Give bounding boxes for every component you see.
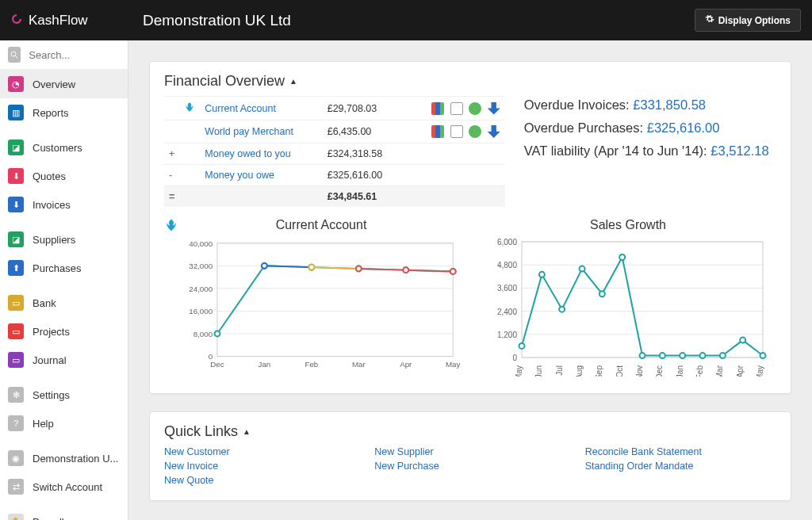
- download-icon[interactable]: [488, 125, 500, 138]
- search-icon: [8, 47, 21, 63]
- quick-links-card: Quick Links New CustomerNew InvoiceNew Q…: [149, 411, 791, 501]
- overdue-invoices: Overdue Invoices: £331,850.58: [524, 98, 776, 113]
- row-amount: £29,708.03: [323, 97, 418, 120]
- sidebar-item-label: Suppliers: [33, 234, 75, 246]
- sidebar-item-reports[interactable]: ▥ Reports: [0, 98, 128, 127]
- check-icon[interactable]: [469, 102, 481, 115]
- account-link[interactable]: Money owed to you: [205, 148, 290, 159]
- sidebar-item-label: Switch Account: [33, 481, 102, 493]
- sidebar: ◔ Overview ▥ Reports ◪ Customers ⬇ Quote…: [0, 40, 128, 520]
- sidebar-item-projects[interactable]: ▭ Projects: [0, 317, 128, 346]
- sidebar-item-label: Purchases: [33, 262, 81, 274]
- table-total-row: = £34,845.61: [164, 186, 505, 208]
- statement-icon[interactable]: [450, 125, 463, 138]
- svg-text:Mar: Mar: [715, 365, 724, 377]
- quick-link[interactable]: Reconcile Bank Statement: [585, 446, 776, 457]
- svg-point-67: [660, 353, 665, 358]
- row-sign: =: [164, 186, 179, 208]
- chart-icon[interactable]: [431, 102, 444, 115]
- sidebar-item-suppliers[interactable]: ◪ Suppliers: [0, 225, 128, 254]
- search-input[interactable]: [29, 49, 120, 61]
- svg-text:Apr: Apr: [400, 360, 412, 369]
- table-row: - Money you owe £325,616.00: [164, 165, 505, 186]
- sidebar-item-label: Help: [33, 418, 54, 430]
- sidebar-item-demonstration-user[interactable]: ◉ Demonstration U...: [0, 444, 128, 472]
- svg-text:Jan: Jan: [676, 365, 684, 377]
- check-icon[interactable]: [469, 125, 481, 138]
- financial-overview-title[interactable]: Financial Overview: [164, 73, 776, 90]
- svg-text:Oct: Oct: [615, 365, 624, 377]
- sidebar-item-bank[interactable]: ▭ Bank: [0, 289, 128, 317]
- sidebar-item-switch-account[interactable]: ⇄ Switch Account: [0, 472, 128, 501]
- svg-point-31: [356, 266, 362, 271]
- overdue-purchases: Overdue Purchases: £325,616.00: [524, 120, 776, 136]
- row-bank-icon: [179, 143, 200, 165]
- overdue-purchases-link[interactable]: £325,616.00: [647, 120, 720, 135]
- row-bank-icon: [179, 97, 200, 120]
- vat-link[interactable]: £3,512.18: [710, 143, 768, 158]
- svg-text:Aug: Aug: [575, 365, 584, 377]
- display-options-button[interactable]: Display Options: [695, 9, 801, 32]
- sidebar-item-payroll[interactable]: ✋ Payroll: [0, 507, 128, 520]
- quick-link[interactable]: Standing Order Mandate: [585, 461, 776, 472]
- main-content: Financial Overview Current Account £29,7…: [128, 40, 812, 520]
- total-amount: £34,845.61: [323, 186, 418, 208]
- sidebar-item-settings[interactable]: ✻ Settings: [0, 380, 128, 409]
- sidebar-item-invoices[interactable]: ⬇ Invoices: [0, 190, 128, 219]
- sidebar-item-overview[interactable]: ◔ Overview: [0, 70, 128, 98]
- download-icon[interactable]: [488, 102, 500, 115]
- sidebar-item-journal[interactable]: ▭ Journal: [0, 346, 128, 374]
- svg-text:May: May: [756, 365, 764, 377]
- svg-text:Dec: Dec: [210, 360, 224, 369]
- svg-text:Jun: Jun: [534, 365, 543, 377]
- help-icon: ?: [8, 415, 24, 431]
- sidebar-item-label: Projects: [33, 326, 70, 338]
- purchases-icon: ⬆: [8, 260, 24, 276]
- svg-point-33: [450, 269, 456, 274]
- quick-link[interactable]: New Invoice: [164, 461, 355, 472]
- svg-text:6,000: 6,000: [497, 238, 517, 247]
- svg-text:0: 0: [512, 354, 517, 362]
- table-row: World pay Merchant £6,435.00: [164, 120, 505, 143]
- current-account-chart: Current Account 08,00016,00024,00032,000…: [164, 218, 461, 379]
- chart-current-account-svg: 08,00016,00024,00032,00040,000DecJanFebM…: [182, 234, 461, 377]
- sidebar-item-label: Payroll: [33, 516, 64, 521]
- chart-icon[interactable]: [431, 125, 444, 138]
- svg-point-65: [619, 254, 625, 260]
- svg-point-63: [580, 266, 585, 272]
- sidebar-item-label: Reports: [33, 107, 69, 119]
- sidebar-item-purchases[interactable]: ⬆ Purchases: [0, 254, 128, 282]
- sidebar-item-label: Customers: [33, 142, 82, 154]
- quick-link[interactable]: New Purchase: [374, 461, 565, 472]
- svg-text:Mar: Mar: [352, 360, 366, 369]
- quick-link[interactable]: New Customer: [164, 446, 355, 457]
- account-link[interactable]: World pay Merchant: [205, 126, 293, 137]
- payroll-icon: ✋: [8, 514, 24, 520]
- invoices-icon: ⬇: [8, 197, 24, 212]
- sidebar-item-help[interactable]: ? Help: [0, 409, 128, 438]
- barclays-eagle-icon: [164, 218, 178, 232]
- chart-title-sales-growth: Sales Growth: [480, 218, 776, 232]
- quick-link[interactable]: New Quote: [164, 475, 355, 486]
- vat-liability: VAT liability (Apr '14 to Jun '14): £3,5…: [524, 143, 776, 159]
- quick-links-title[interactable]: Quick Links: [164, 423, 776, 440]
- overdue-invoices-link[interactable]: £331,850.58: [633, 98, 706, 112]
- sidebar-item-quotes[interactable]: ⬇ Quotes: [0, 162, 128, 190]
- sidebar-item-label: Overview: [33, 78, 75, 90]
- table-row: Current Account £29,708.03: [164, 97, 505, 120]
- search-row[interactable]: [0, 40, 128, 70]
- brand-name: KashFlow: [29, 13, 88, 29]
- svg-text:4,800: 4,800: [497, 261, 517, 270]
- sidebar-item-customers[interactable]: ◪ Customers: [0, 133, 128, 162]
- row-sign: [164, 120, 179, 143]
- quick-link[interactable]: New Supplier: [374, 446, 565, 457]
- statement-icon[interactable]: [450, 102, 463, 115]
- svg-text:24,000: 24,000: [189, 285, 213, 293]
- gear-icon: [705, 14, 714, 26]
- svg-point-70: [720, 353, 726, 358]
- svg-text:Sep: Sep: [595, 365, 603, 377]
- account-link[interactable]: Money you owe: [205, 170, 274, 181]
- overview-icon: ◔: [8, 76, 24, 92]
- account-link[interactable]: Current Account: [205, 103, 276, 114]
- svg-rect-59: [522, 242, 763, 358]
